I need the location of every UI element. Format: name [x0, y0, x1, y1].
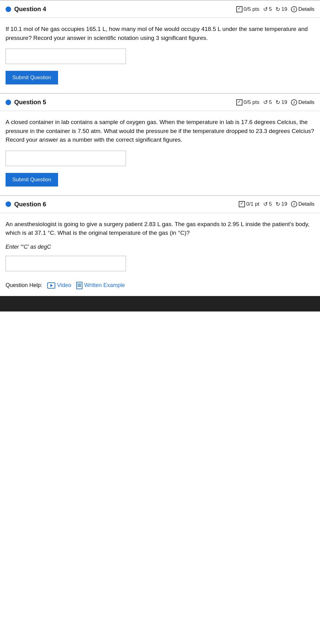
undo-icon-6: ↺: [263, 201, 268, 208]
question-5-dot: [6, 100, 11, 105]
question-4-details[interactable]: i Details: [291, 6, 314, 12]
question-6-undo: ↺ 5: [263, 201, 272, 208]
question-5-submit[interactable]: Submit Question: [6, 173, 58, 187]
question-5-redo: ↻ 19: [276, 99, 287, 106]
question-4-redo: ↻ 19: [276, 6, 287, 13]
question-5-undo: ↺ 5: [263, 99, 272, 106]
check-icon: [236, 6, 242, 12]
question-5-body: A closed container in lab contains a sam…: [0, 111, 320, 195]
written-example-label: Written Example: [84, 282, 125, 289]
document-icon: [76, 282, 82, 289]
question-6-details[interactable]: i Details: [291, 201, 314, 207]
question-6-pts: 0/1 pt: [239, 201, 259, 207]
question-6-body: An anesthesiologist is going to give a s…: [0, 213, 320, 271]
check-icon-5: [236, 99, 242, 105]
help-label: Question Help:: [6, 282, 42, 289]
question-6-meta: 0/1 pt ↺ 5 ↻ 19 i Details: [239, 201, 314, 208]
check-icon-6: [239, 201, 245, 207]
question-6-redo: ↻ 19: [276, 201, 287, 208]
question-5-title: Question 5: [14, 99, 46, 106]
undo-icon: ↺: [263, 6, 268, 13]
question-4-pts: 0/5 pts: [236, 6, 259, 12]
question-5-block: Question 5 0/5 pts ↺ 5 ↻ 19 i Details A …: [0, 93, 320, 195]
written-example-link[interactable]: Written Example: [76, 282, 125, 289]
question-5-details[interactable]: i Details: [291, 99, 314, 105]
redo-icon: ↻: [276, 6, 280, 13]
question-5-text: A closed container in lab contains a sam…: [6, 118, 314, 144]
details-link[interactable]: Details: [298, 6, 314, 12]
question-6-note: Enter '°C' as degC: [6, 244, 314, 250]
question-4-body: If 10.1 mol of Ne gas occupies 165.1 L, …: [0, 18, 320, 93]
question-5-input[interactable]: [6, 151, 126, 166]
question-6-title: Question 6: [14, 201, 46, 208]
question-4-dot: [6, 6, 11, 12]
question-5-title-group: Question 5: [6, 99, 46, 106]
question-4-header: Question 4 0/5 pts ↺ 5 ↻ 19 i Details: [0, 1, 320, 18]
video-link[interactable]: Video: [47, 282, 71, 289]
bottom-bar: [0, 296, 320, 311]
question-6-text: An anesthesiologist is going to give a s…: [6, 220, 314, 238]
question-6-title-group: Question 6: [6, 201, 46, 208]
details-link-6[interactable]: Details: [298, 201, 314, 207]
info-icon-6: i: [291, 201, 297, 207]
undo-icon-5: ↺: [263, 99, 268, 106]
question-4-title-group: Question 4: [6, 6, 46, 13]
question-6-dot: [6, 201, 11, 207]
video-icon: [47, 282, 55, 289]
question-6-block: Question 6 0/1 pt ↺ 5 ↻ 19 i Details An …: [0, 195, 320, 295]
question-4-block: Question 4 0/5 pts ↺ 5 ↻ 19 i Details If…: [0, 0, 320, 93]
question-5-header: Question 5 0/5 pts ↺ 5 ↻ 19 i Details: [0, 94, 320, 111]
question-4-title: Question 4: [14, 6, 46, 13]
question-6-input[interactable]: [6, 256, 126, 271]
question-4-meta: 0/5 pts ↺ 5 ↻ 19 i Details: [236, 6, 314, 13]
video-label: Video: [57, 282, 71, 289]
info-icon: i: [291, 6, 297, 12]
details-link-5[interactable]: Details: [298, 99, 314, 105]
redo-icon-5: ↻: [276, 99, 280, 106]
question-4-text: If 10.1 mol of Ne gas occupies 165.1 L, …: [6, 25, 314, 42]
question-4-undo: ↺ 5: [263, 6, 272, 13]
question-4-submit[interactable]: Submit Question: [6, 71, 58, 84]
question-6-header: Question 6 0/1 pt ↺ 5 ↻ 19 i Details: [0, 196, 320, 213]
question-5-pts: 0/5 pts: [236, 99, 259, 105]
question-5-meta: 0/5 pts ↺ 5 ↻ 19 i Details: [236, 99, 314, 106]
question-4-input[interactable]: [6, 49, 126, 64]
redo-icon-6: ↻: [276, 201, 280, 208]
info-icon-5: i: [291, 99, 297, 105]
question-6-help: Question Help: Video Written Example: [0, 278, 320, 295]
